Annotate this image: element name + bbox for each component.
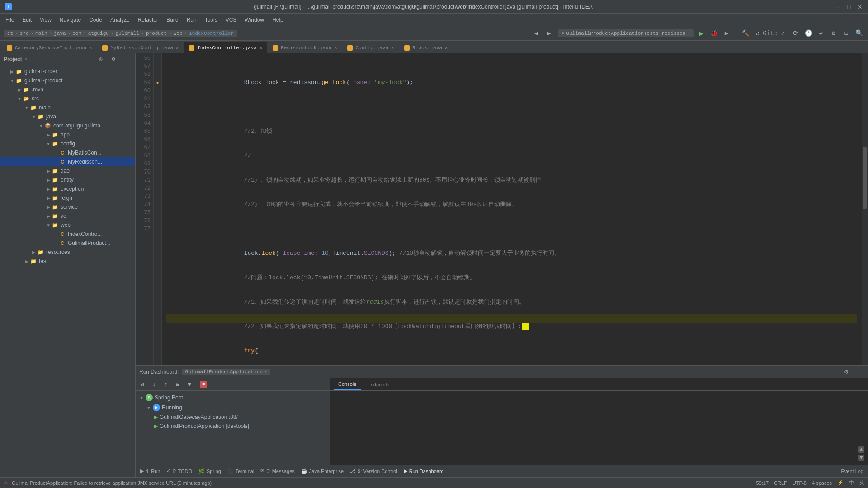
coverage-button[interactable]: ▶ <box>721 28 732 39</box>
settings-button[interactable]: ⚙ <box>828 28 839 39</box>
tree-item-exception[interactable]: ▶ 📁 exception <box>0 184 135 193</box>
tree-item-web[interactable]: ▼ 📁 web <box>0 221 135 230</box>
tree-item-entity[interactable]: ▶ 📁 entity <box>0 175 135 184</box>
menu-build[interactable]: Build <box>163 15 182 25</box>
menu-navigate[interactable]: Navigate <box>56 15 85 25</box>
tree-item-src[interactable]: ▼ 📂 src <box>0 94 135 103</box>
menu-code[interactable]: Code <box>85 15 106 25</box>
menu-edit[interactable]: Edit <box>19 15 35 25</box>
git-check-button[interactable]: ✓ <box>778 28 788 39</box>
menu-tools[interactable]: Tools <box>201 15 221 25</box>
line-ending[interactable]: CRLF <box>774 480 787 486</box>
tree-item-mvn[interactable]: ▶ 📁 .mvn <box>0 85 135 94</box>
close-run-tab[interactable]: × <box>264 369 268 375</box>
clock-button[interactable]: 🕐 <box>803 28 814 39</box>
tab-endpoints[interactable]: Endpoints <box>363 379 394 390</box>
tab-category-service[interactable]: CategoryServiceImpl.java ✕ <box>2 42 97 53</box>
tab-console[interactable]: Console <box>334 379 361 390</box>
tree-item-gulimall-order[interactable]: ▶ 📁 gulimall-order <box>0 67 135 76</box>
collapse-button[interactable]: — <box>121 54 132 65</box>
tab-close-icon[interactable]: ✕ <box>259 45 262 51</box>
run-config-selector[interactable]: ● GulimallProductApplicationTests.rediss… <box>558 29 694 37</box>
tree-item-main[interactable]: ▼ 📁 main <box>0 103 135 112</box>
tab-close-icon[interactable]: ✕ <box>391 45 394 51</box>
debug-button[interactable]: 🐞 <box>708 28 719 39</box>
tab-redisson-lock[interactable]: RedissonLock.java ✕ <box>268 42 342 53</box>
tree-item-gulimall-product-app[interactable]: ▶ C GulimallProduct... <box>0 239 135 248</box>
locate-button[interactable]: ◎ <box>95 54 106 65</box>
tree-item-package[interactable]: ▼ 📦 com.atguigu.gulima... <box>0 121 135 130</box>
tree-item-test[interactable]: ▶ 📁 test <box>0 257 135 266</box>
tree-item-index-controller[interactable]: ▶ C IndexContro... <box>0 230 135 239</box>
menu-run[interactable]: Run <box>183 15 200 25</box>
tree-item-mybatis-config[interactable]: ▶ C MyBatisCon... <box>0 148 135 157</box>
tab-config[interactable]: Config.java ✕ <box>342 42 399 53</box>
vertical-scrollbar[interactable] <box>862 53 868 365</box>
toolbox-run[interactable]: ▶ 4: Run <box>137 467 163 475</box>
undo-button[interactable]: ↩ <box>816 28 826 39</box>
tab-close-icon[interactable]: ✕ <box>334 45 337 51</box>
layout-button[interactable]: ⊞ <box>173 380 183 389</box>
tree-item-vo[interactable]: ▶ 📁 vo <box>0 211 135 221</box>
tree-item-dao[interactable]: ▶ 📁 dao <box>0 166 135 175</box>
indent-size[interactable]: 4 spaces <box>812 480 832 486</box>
scroll-up-button[interactable]: ↑ <box>161 380 171 389</box>
console-scroll-up[interactable]: ▲ <box>858 446 864 453</box>
cursor-position[interactable]: 59:17 <box>756 480 769 486</box>
git-sync-button[interactable]: ⟳ <box>790 28 801 39</box>
tab-close-icon[interactable]: ✕ <box>176 45 179 51</box>
code-lines[interactable]: RLock lock = redisson.getLock( name: "my… <box>162 53 862 365</box>
tab-close-icon[interactable]: ✕ <box>445 45 448 51</box>
run-item-product[interactable]: ▶ GulimallProductApplication [devtools] <box>136 422 330 431</box>
tree-item-myredisson[interactable]: ▶ C MyRedisson... <box>0 157 135 166</box>
run-item-spring-boot[interactable]: ▼ S Spring Boot <box>136 393 330 403</box>
filter-button[interactable]: ▼ <box>184 380 194 389</box>
tab-redis-config[interactable]: MyRedissonConfig.java ✕ <box>97 42 184 53</box>
tree-item-config[interactable]: ▼ 📁 config <box>0 139 135 148</box>
menu-help[interactable]: Help <box>269 15 287 25</box>
menu-window[interactable]: Window <box>241 15 268 25</box>
tab-close-icon[interactable]: ✕ <box>89 45 92 51</box>
tree-item-app[interactable]: ▶ 📁 app <box>0 130 135 139</box>
menu-file[interactable]: File <box>2 15 18 25</box>
tree-item-service[interactable]: ▶ 📁 service <box>0 202 135 211</box>
run-item-gateway[interactable]: ▶ GulimallGatewayApplication :88/ <box>136 413 330 422</box>
menu-vcs[interactable]: VCS <box>222 15 241 25</box>
code-editor[interactable]: 56 57 58 59 60 61 62 63 64 65 66 67 68 6… <box>136 53 868 365</box>
sync-button[interactable]: ↺ <box>752 28 763 39</box>
back-button[interactable]: ◀ <box>531 28 542 39</box>
run-settings-button[interactable]: ⚙ <box>841 366 852 377</box>
run-minimize-button[interactable]: — <box>854 366 864 377</box>
maximize-button[interactable]: □ <box>845 3 853 10</box>
menu-refactor[interactable]: Refactor <box>134 15 162 25</box>
toolbox-run-dashboard[interactable]: ▶ Run Dashboard <box>401 467 447 475</box>
stop-button[interactable]: ■ <box>200 381 207 388</box>
restart-button[interactable]: ↺ <box>137 380 147 389</box>
toolbox-messages[interactable]: ✉ 0: Messages <box>258 467 297 475</box>
tab-index-controller[interactable]: IndexController.java ✕ <box>184 42 267 53</box>
run-item-running[interactable]: ▼ ▶ Running <box>136 403 330 413</box>
console-scroll-down[interactable]: ▼ <box>858 455 864 461</box>
toolbox-event-log[interactable]: Event Log <box>838 468 866 475</box>
toolbox-todo[interactable]: ✓ 6: TODO <box>164 467 195 475</box>
settings-tree-button[interactable]: ⚙ <box>108 54 119 65</box>
menu-view[interactable]: View <box>36 15 55 25</box>
tree-item-gulimall-product[interactable]: ▼ 📁 gulimall-product <box>0 76 135 85</box>
charset[interactable]: UTF-8 <box>793 480 807 486</box>
toolbox-java-enterprise[interactable]: ☕ Java Enterprise <box>298 467 346 475</box>
toolbox-terminal[interactable]: ⬛ Terminal <box>225 467 257 475</box>
toolbox-spring[interactable]: 🌿 Spring <box>196 467 224 475</box>
scroll-down-button[interactable]: ↓ <box>149 380 159 389</box>
tree-item-feign[interactable]: ▶ 📁 feign <box>0 193 135 202</box>
bookmarks-button[interactable]: ⊟ <box>841 28 852 39</box>
close-button[interactable]: ✕ <box>856 3 863 10</box>
tab-rlock[interactable]: RLock.java ✕ <box>399 42 453 53</box>
forward-button[interactable]: ▶ <box>543 28 554 39</box>
build-button[interactable]: 🔨 <box>740 28 750 39</box>
tree-item-resources[interactable]: ▶ 📁 resources <box>0 248 135 257</box>
run-button[interactable]: ▶ <box>696 28 707 39</box>
menu-analyze[interactable]: Analyze <box>107 15 133 25</box>
minimize-button[interactable]: ─ <box>835 3 842 10</box>
tree-item-java[interactable]: ▼ 📁 java <box>0 112 135 121</box>
toolbox-version-control[interactable]: ⎇ 9: Version Control <box>347 467 400 475</box>
